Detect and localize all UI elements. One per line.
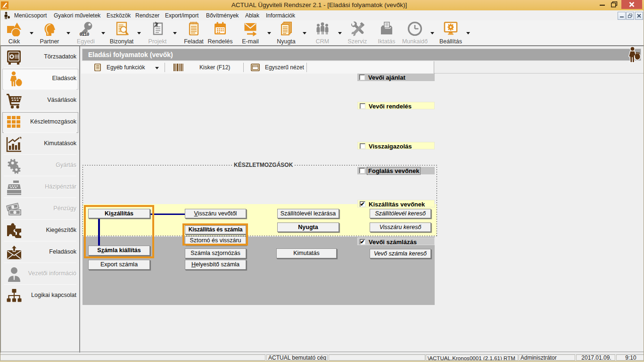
svg-text:0110: 0110 <box>80 32 90 37</box>
